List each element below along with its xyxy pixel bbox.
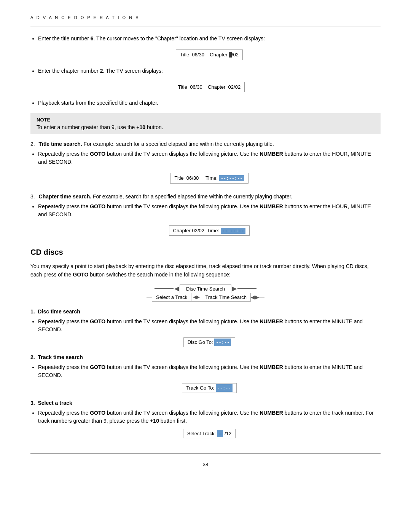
seq-bottom-line-left bbox=[147, 297, 152, 297]
item-2-b1-goto: GOTO bbox=[90, 151, 105, 157]
bullet-2: Enter the chapter number 2. The TV scree… bbox=[38, 67, 381, 96]
time-value-1: --:--:-- bbox=[219, 175, 244, 181]
disc-time-search-box: Disc Time Search bbox=[180, 284, 231, 293]
seq-bottom-line-right bbox=[259, 297, 264, 297]
display-title-time: Title 06/30 Time: --:--:-- bbox=[38, 170, 381, 187]
cd-discs-heading: CD discs bbox=[30, 248, 381, 257]
cd-i3-goto: GOTO bbox=[90, 410, 105, 416]
cd-item-3-bullet: Repeatedly press the GOTO button until t… bbox=[38, 409, 381, 439]
display-chapter-time: Chapter 02/02 Time: --:--:-- bbox=[38, 222, 381, 239]
bullet-3: Playback starts from the specified title… bbox=[38, 99, 381, 107]
cd-i2-number: NUMBER bbox=[260, 364, 283, 370]
note-title: NOTE bbox=[37, 117, 374, 123]
item-2-bullet-1: Repeatedly press the GOTO button until t… bbox=[38, 150, 381, 187]
header-rule bbox=[30, 27, 381, 27]
cd-i1-mid: button until the TV screen displays the … bbox=[105, 318, 260, 324]
bullet-1-text-before: Enter the title number bbox=[38, 35, 91, 42]
page-number: 38 bbox=[30, 462, 381, 467]
item-3-b1-goto: GOTO bbox=[90, 203, 105, 209]
item-3-number: 3. bbox=[30, 193, 35, 200]
title-display-box-1: Title 06/30 Chapter /02 bbox=[176, 50, 243, 60]
item-3-b1-mid: button until the TV screen displays the … bbox=[105, 203, 260, 209]
display-title-chapter-1: Title 06/30 Chapter /02 bbox=[38, 46, 381, 63]
note-box: NOTE To enter a number greater than 9, u… bbox=[30, 113, 381, 134]
top-bullets-list: Enter the title number 6. The cursor mov… bbox=[38, 35, 381, 107]
select-track-display: Select Track: — /12 bbox=[38, 429, 381, 439]
cd-item-3-bullets: Repeatedly press the GOTO button until t… bbox=[38, 409, 381, 439]
seq-right-arrow-1: ▶ bbox=[232, 285, 237, 292]
cd-i2-mid: button until the TV screen displays the … bbox=[105, 364, 260, 370]
cd-item-3-title: 3. Select a track bbox=[30, 400, 381, 406]
sequence-diagram: ◀ Disc Time Search ▶ Select a Track ◀▶ T… bbox=[30, 284, 381, 302]
cd-item-1: 1. Disc time search Repeatedly press the… bbox=[30, 308, 381, 347]
cd-i3-plus10: +10 bbox=[150, 418, 159, 424]
cd-i3-pre: Repeatedly press the bbox=[38, 410, 90, 416]
item-2-number: 2. bbox=[30, 141, 35, 147]
bullet-2-text-after: . The TV screen displays: bbox=[103, 68, 162, 74]
cd-item-1-bullet: Repeatedly press the GOTO button until t… bbox=[38, 318, 381, 347]
seq-right-bracket: ▶ bbox=[231, 285, 256, 292]
bottom-items-row: Select a Track ◀▶ Track Time Search bbox=[152, 293, 251, 302]
item-2-b1-pre: Repeatedly press the bbox=[38, 151, 90, 157]
track-time-search-item: Track Time Search bbox=[201, 293, 250, 301]
seq-row-bottom: Select a Track ◀▶ Track Time Search ◀▶ bbox=[147, 293, 264, 302]
seq-row-top: ◀ Disc Time Search ▶ bbox=[155, 284, 256, 293]
chapter-time-box: Chapter 02/02 Time: --:--:-- bbox=[169, 225, 250, 236]
bullet-3-text: Playback starts from the specified title… bbox=[38, 100, 158, 106]
note-text-after: button. bbox=[145, 124, 163, 130]
time-value-2: --:--:-- bbox=[221, 228, 246, 234]
cd-i2-goto: GOTO bbox=[90, 364, 105, 370]
seq-bottom-right-arrow: ◀▶ bbox=[251, 294, 264, 300]
cd-item-2: 2. Track time search Repeatedly press th… bbox=[30, 354, 381, 393]
numbered-item-3: 3. Chapter time search. For example, sea… bbox=[30, 193, 381, 239]
cd-item-2-bullet: Repeatedly press the GOTO button until t… bbox=[38, 363, 381, 393]
seq-bottom-left: Select a Track ◀▶ Track Time Search ◀▶ bbox=[147, 293, 264, 302]
cd-i3-number: NUMBER bbox=[260, 410, 283, 416]
seq-left-bracket: ◀ bbox=[155, 285, 180, 292]
item-3-title: 3. Chapter time search. For example, sea… bbox=[30, 193, 381, 200]
seq-left-arrow-1: ◀ bbox=[174, 285, 179, 292]
track-goto-time: --:-- bbox=[216, 384, 233, 392]
disc-goto-box: Disc Go To: --:-- bbox=[183, 337, 236, 347]
note-text-before: To enter a number greater than 9, use th… bbox=[37, 124, 136, 130]
item-3-b1-pre: Repeatedly press the bbox=[38, 203, 90, 209]
cd-i3-end: button first. bbox=[159, 418, 187, 424]
bullet-1-text-after: . The cursor moves to the "Chapter" loca… bbox=[94, 35, 265, 42]
cd-discs-section: CD discs You may specify a point to star… bbox=[30, 248, 381, 438]
cd-i1-pre: Repeatedly press the bbox=[38, 318, 90, 324]
select-a-track-item: Select a Track bbox=[152, 293, 191, 301]
item-2-bold: Title time search. bbox=[39, 141, 82, 147]
cd-intro-bold: GOTO bbox=[73, 272, 88, 278]
arrow-between: ◀▶ bbox=[191, 293, 201, 301]
note-text: To enter a number greater than 9, use th… bbox=[37, 124, 374, 130]
cd-item-1-bullets: Repeatedly press the GOTO button until t… bbox=[38, 318, 381, 347]
seq-left-line-1 bbox=[155, 288, 174, 289]
section-header: A D V A N C E D O P E R A T I O N S bbox=[30, 15, 381, 27]
display-title-chapter-2: Title 06/30 Chapter 02/02 bbox=[38, 79, 381, 96]
item-3-bullet-1: Repeatedly press the GOTO button until t… bbox=[38, 203, 381, 239]
cd-i3-mid: button until the TV screen displays the … bbox=[105, 410, 260, 416]
cd-i2-pre: Repeatedly press the bbox=[38, 364, 90, 370]
cd-i1-goto: GOTO bbox=[90, 318, 105, 324]
item-2-b1-number: NUMBER bbox=[260, 151, 283, 157]
title-display-box-2: Title 06/30 Chapter 02/02 bbox=[174, 82, 245, 93]
bullet-1-bold: 6 bbox=[91, 35, 94, 42]
footer-rule bbox=[30, 454, 381, 454]
disc-goto-display: Disc Go To: --:-- bbox=[38, 337, 381, 347]
bullet-2-text-before: Enter the chapter number bbox=[38, 68, 100, 74]
cd-i1-number: NUMBER bbox=[260, 318, 283, 324]
section-label: A D V A N C E D O P E R A T I O N S bbox=[30, 15, 381, 20]
cd-item-2-title: 2. Track time search bbox=[30, 354, 381, 360]
item-3-bullets: Repeatedly press the GOTO button until t… bbox=[38, 203, 381, 239]
cd-intro: You may specify a point to start playbac… bbox=[30, 262, 381, 279]
seq-right-line-1 bbox=[237, 288, 256, 289]
cd-intro-after: button switches the search mode in the f… bbox=[88, 272, 231, 278]
track-goto-display: Track Go To: --:-- bbox=[38, 383, 381, 393]
numbered-item-2: 2. Title time search. For example, searc… bbox=[30, 141, 381, 187]
cd-item-2-bullets: Repeatedly press the GOTO button until t… bbox=[38, 363, 381, 393]
item-2-rest: For example, search for a specified elap… bbox=[84, 141, 274, 147]
title-time-box: Title 06/30 Time: --:--:-- bbox=[170, 173, 248, 184]
item-2-b1-mid: button until the TV screen displays the … bbox=[105, 151, 260, 157]
select-track-box: Select Track: — /12 bbox=[183, 429, 236, 439]
item-3-rest: For example, search for a specified elap… bbox=[93, 193, 293, 200]
